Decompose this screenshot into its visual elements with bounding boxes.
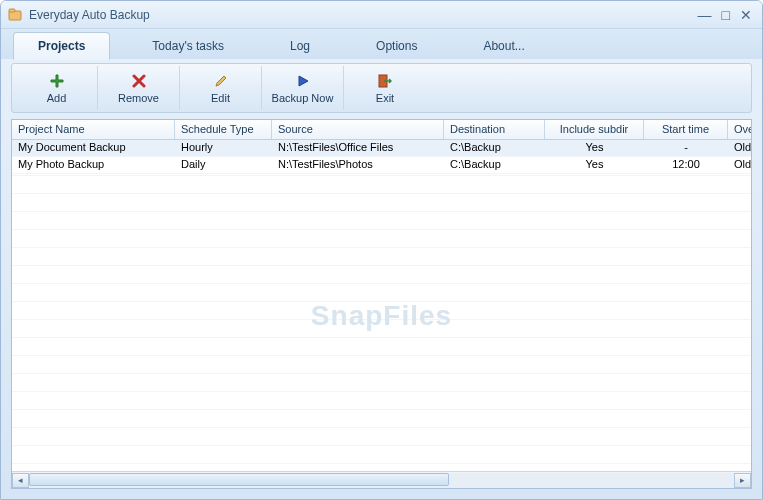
svg-rect-1: [9, 9, 15, 12]
window-controls: — □ ✕: [698, 7, 756, 23]
col-destination[interactable]: Destination: [444, 120, 545, 139]
grid-body[interactable]: My Document Backup Hourly N:\TestFiles\O…: [12, 140, 751, 471]
cell-include-subdir: Yes: [545, 140, 644, 156]
tab-log[interactable]: Log: [266, 33, 334, 59]
close-button[interactable]: ✕: [740, 7, 752, 23]
table-row[interactable]: My Photo Backup Daily N:\TestFiles\Photo…: [12, 157, 751, 174]
tab-about[interactable]: About...: [459, 33, 548, 59]
toolbar-label: Remove: [118, 92, 159, 104]
minimize-button[interactable]: —: [698, 7, 712, 23]
cell-source: N:\TestFiles\Photos: [272, 157, 444, 173]
toolbar-label: Add: [47, 92, 67, 104]
cell-overwrite: Old: [728, 140, 751, 156]
edit-button[interactable]: Edit: [180, 66, 262, 110]
plus-icon: [48, 72, 66, 90]
play-icon: [294, 72, 312, 90]
window-title: Everyday Auto Backup: [29, 8, 698, 22]
app-window: Everyday Auto Backup — □ ✕ Projects Toda…: [0, 0, 763, 500]
cell-source: N:\TestFiles\Office Files: [272, 140, 444, 156]
tab-todays-tasks[interactable]: Today's tasks: [128, 33, 248, 59]
horizontal-scrollbar[interactable]: ◂ ▸: [12, 471, 751, 488]
remove-button[interactable]: Remove: [98, 66, 180, 110]
exit-icon: [376, 72, 394, 90]
cell-destination: C:\Backup: [444, 157, 545, 173]
backup-now-button[interactable]: Backup Now: [262, 66, 344, 110]
pencil-icon: [212, 72, 230, 90]
scroll-left-arrow[interactable]: ◂: [12, 473, 29, 488]
cell-project-name: My Photo Backup: [12, 157, 175, 173]
scroll-track[interactable]: [29, 473, 734, 488]
project-grid: Project Name Schedule Type Source Destin…: [11, 119, 752, 489]
cell-schedule-type: Hourly: [175, 140, 272, 156]
toolbar-label: Exit: [376, 92, 394, 104]
cell-start-time: 12:00: [644, 157, 728, 173]
delete-icon: [130, 72, 148, 90]
cell-start-time: -: [644, 140, 728, 156]
tab-bar: Projects Today's tasks Log Options About…: [1, 29, 762, 59]
col-start-time[interactable]: Start time: [644, 120, 728, 139]
toolbar-label: Edit: [211, 92, 230, 104]
scroll-thumb[interactable]: [29, 473, 449, 486]
app-icon: [7, 7, 23, 23]
column-headers: Project Name Schedule Type Source Destin…: [12, 120, 751, 140]
titlebar: Everyday Auto Backup — □ ✕: [1, 1, 762, 29]
watermark: SnapFiles: [311, 300, 452, 332]
maximize-button[interactable]: □: [722, 7, 730, 23]
col-project-name[interactable]: Project Name: [12, 120, 175, 139]
toolbar: Add Remove Edit Backup Now Exit: [11, 63, 752, 113]
tab-projects[interactable]: Projects: [13, 32, 110, 60]
toolbar-label: Backup Now: [272, 92, 334, 104]
col-schedule-type[interactable]: Schedule Type: [175, 120, 272, 139]
scroll-right-arrow[interactable]: ▸: [734, 473, 751, 488]
cell-destination: C:\Backup: [444, 140, 545, 156]
cell-include-subdir: Yes: [545, 157, 644, 173]
cell-overwrite: Old: [728, 157, 751, 173]
col-overwrite[interactable]: Overwrite: [728, 120, 752, 139]
cell-project-name: My Document Backup: [12, 140, 175, 156]
tab-options[interactable]: Options: [352, 33, 441, 59]
add-button[interactable]: Add: [16, 66, 98, 110]
exit-button[interactable]: Exit: [344, 66, 426, 110]
col-source[interactable]: Source: [272, 120, 444, 139]
table-row[interactable]: My Document Backup Hourly N:\TestFiles\O…: [12, 140, 751, 157]
cell-schedule-type: Daily: [175, 157, 272, 173]
col-include-subdir[interactable]: Include subdir: [545, 120, 644, 139]
